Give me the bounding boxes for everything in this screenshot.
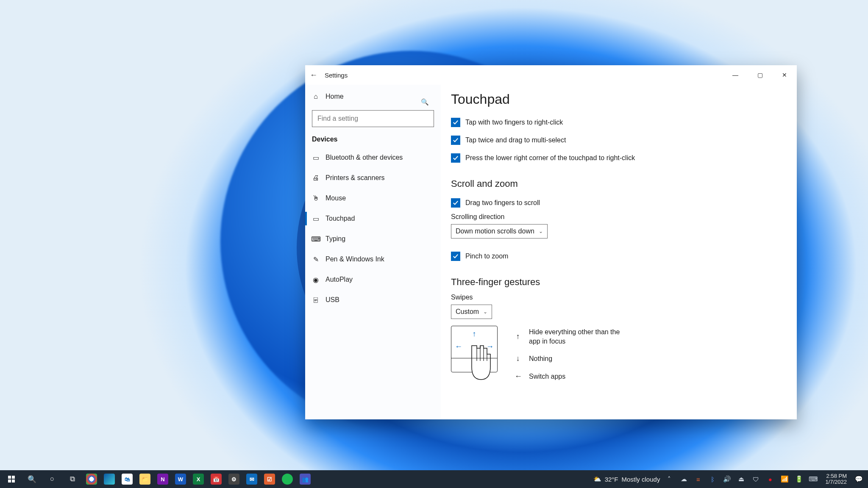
gesture-label: Nothing xyxy=(529,354,552,363)
svg-rect-6 xyxy=(8,480,11,482)
app-store[interactable]: 🛍 xyxy=(119,470,136,488)
scroll-zoom-heading: Scroll and zoom xyxy=(451,178,787,189)
usb-icon: ⍯ xyxy=(312,296,320,304)
tray-input[interactable]: ⌨ xyxy=(808,470,818,488)
back-button[interactable]: ← xyxy=(305,71,322,80)
chevron-up-icon: ˄ xyxy=(668,475,671,483)
sidebar-item-pen[interactable]: ✎ Pen & Windows Ink xyxy=(305,249,441,269)
sidebar-item-typing[interactable]: ⌨ Typing xyxy=(305,229,441,249)
weather-icon: ⛅ xyxy=(593,475,601,483)
taskbar: 🔍 ○ ⧉ 🛍 📁 N W X 📅 ⚙ ✉ ☑ 👥 ⛅ 32°F Mostly … xyxy=(0,470,868,488)
search-button[interactable]: 🔍 xyxy=(22,470,42,488)
store-icon: 🛍 xyxy=(122,474,133,485)
tray-expand[interactable]: ˄ xyxy=(664,470,674,488)
window-title: Settings xyxy=(325,72,348,79)
taskbar-left: 🔍 ○ ⧉ 🛍 📁 N W X 📅 ⚙ ✉ ☑ 👥 xyxy=(0,470,314,488)
checkbox-label: Tap with two fingers to right-click xyxy=(465,119,563,126)
keyboard-icon: ⌨ xyxy=(312,235,320,243)
checkbox-label: Pinch to zoom xyxy=(465,252,508,260)
warning-icon: ● xyxy=(768,476,772,483)
app-mail[interactable]: ✉ xyxy=(243,470,260,488)
task-view-button[interactable]: ⧉ xyxy=(63,470,82,488)
app-excel[interactable]: X xyxy=(190,470,207,488)
app-explorer[interactable]: 📁 xyxy=(136,470,153,488)
cortana-button[interactable]: ○ xyxy=(42,470,62,488)
gesture-list: ↑ Hide everything other than the app in … xyxy=(515,327,631,381)
weather-widget[interactable]: ⛅ 32°F Mostly cloudy xyxy=(593,475,660,483)
settings-window: ← Settings — ▢ ✕ ⌂ Home 🔍 Devices ▭ xyxy=(305,65,797,419)
printer-icon: 🖨 xyxy=(312,174,320,182)
spotify-icon xyxy=(282,474,293,485)
search-wrap: 🔍 xyxy=(305,107,441,130)
sidebar-item-label: Bluetooth & other devices xyxy=(326,154,403,161)
sidebar-home[interactable]: ⌂ Home xyxy=(305,86,441,107)
minimize-button[interactable]: — xyxy=(723,65,748,85)
folder-icon: 📁 xyxy=(139,474,150,485)
gesture-up: ↑ Hide everything other than the app in … xyxy=(515,327,631,346)
app-spotify[interactable] xyxy=(279,470,296,488)
home-icon: ⌂ xyxy=(312,93,320,100)
gestures-heading: Three-finger gestures xyxy=(451,277,787,288)
app-edge[interactable] xyxy=(101,470,118,488)
checkbox-tap-twice-drag[interactable]: Tap twice and drag to multi-select xyxy=(451,133,787,148)
tray-onedrive[interactable]: ☁ xyxy=(679,470,689,488)
sidebar-item-printers[interactable]: 🖨 Printers & scanners xyxy=(305,168,441,188)
taskbar-right: ⛅ 32°F Mostly cloudy ˄ ☁ ≡ ᛒ 🔊 ⏏ 🛡 ● 📶 🔋… xyxy=(593,470,868,488)
titlebar: ← Settings — ▢ ✕ xyxy=(305,65,797,85)
maximize-button[interactable]: ▢ xyxy=(748,65,772,85)
checkbox-lower-right-click[interactable]: Press the lower right corner of the touc… xyxy=(451,150,787,166)
shield-icon: 🛡 xyxy=(753,476,759,483)
sidebar-item-mouse[interactable]: 🖱 Mouse xyxy=(305,188,441,208)
sidebar-item-autoplay[interactable]: ◉ AutoPlay xyxy=(305,269,441,290)
gear-icon: ⚙ xyxy=(228,474,239,485)
close-button[interactable]: ✕ xyxy=(772,65,797,85)
app-chrome[interactable] xyxy=(83,470,100,488)
app-word[interactable]: W xyxy=(172,470,189,488)
swipes-label: Swipes xyxy=(451,294,787,301)
keyboard-icon: ⌨ xyxy=(809,475,818,483)
search-input[interactable] xyxy=(312,110,434,127)
check-icon xyxy=(451,252,460,261)
tray-eject[interactable]: ⏏ xyxy=(736,470,746,488)
svg-rect-5 xyxy=(12,476,15,479)
app-settings[interactable]: ⚙ xyxy=(225,470,242,488)
calendar-icon: 📅 xyxy=(211,474,222,485)
app-calendar[interactable]: 📅 xyxy=(208,470,225,488)
start-button[interactable] xyxy=(2,470,21,488)
swipes-dropdown[interactable]: Custom ⌄ xyxy=(451,305,492,319)
app-todo[interactable]: ☑ xyxy=(261,470,278,488)
tray-warning[interactable]: ● xyxy=(765,470,775,488)
tray-volume[interactable]: 🔊 xyxy=(722,470,732,488)
tray-security[interactable]: 🛡 xyxy=(751,470,761,488)
scrolling-direction-dropdown[interactable]: Down motion scrolls down ⌄ xyxy=(451,224,548,238)
sidebar-item-touchpad[interactable]: ▭ Touchpad xyxy=(305,208,441,229)
tray-battery[interactable]: 🔋 xyxy=(794,470,804,488)
sidebar-item-label: Printers & scanners xyxy=(326,174,385,182)
gesture-panel: ↑ ← → xyxy=(451,326,787,398)
sidebar-item-usb[interactable]: ⍯ USB xyxy=(305,290,441,310)
arrow-down-icon: ↓ xyxy=(515,354,521,363)
checkbox-drag-two-fingers[interactable]: Drag two fingers to scroll xyxy=(451,195,787,211)
arrow-up-icon: ↑ xyxy=(515,332,521,341)
action-center[interactable]: 💬 xyxy=(854,470,864,488)
gesture-label: Hide everything other than the app in fo… xyxy=(529,327,631,346)
mail-icon: ✉ xyxy=(246,474,257,485)
weather-temp: 32°F xyxy=(605,476,618,483)
checkbox-pinch-zoom[interactable]: Pinch to zoom xyxy=(451,249,787,264)
sidebar-item-label: AutoPlay xyxy=(326,276,353,283)
sidebar-item-bluetooth[interactable]: ▭ Bluetooth & other devices xyxy=(305,147,441,168)
clock[interactable]: 2:58 PM 1/7/2022 xyxy=(823,473,849,485)
circle-icon: ○ xyxy=(50,475,54,483)
tray-network[interactable]: 📶 xyxy=(779,470,790,488)
app-teams[interactable]: 👥 xyxy=(297,470,314,488)
tray-app[interactable]: ≡ xyxy=(693,470,703,488)
tray-bluetooth[interactable]: ᛒ xyxy=(707,470,718,488)
chevron-down-icon: ⌄ xyxy=(539,228,543,234)
desktop: ← Settings — ▢ ✕ ⌂ Home 🔍 Devices ▭ xyxy=(0,0,868,488)
speaker-icon: 🔊 xyxy=(723,475,731,483)
chrome-icon xyxy=(86,474,97,485)
app-onenote[interactable]: N xyxy=(154,470,171,488)
gesture-label: Switch apps xyxy=(529,372,565,381)
touchpad-icon: ▭ xyxy=(312,215,320,223)
checkbox-two-finger-tap[interactable]: Tap with two fingers to right-click xyxy=(451,115,787,130)
